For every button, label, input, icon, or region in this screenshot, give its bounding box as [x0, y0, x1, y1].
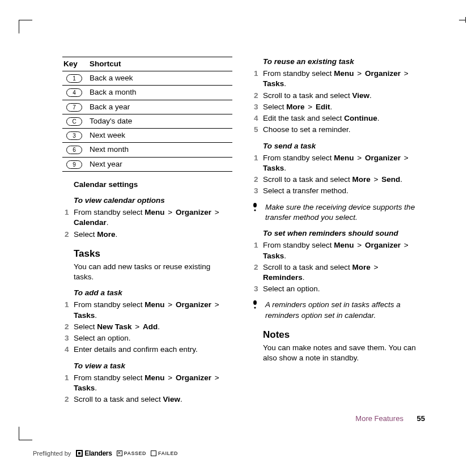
- keycap-icon: 6: [66, 146, 82, 154]
- tasks-label: Tasks: [263, 164, 284, 172]
- step: 4Edit the task and select Continue.: [252, 113, 422, 124]
- text: Scroll to a task and select: [74, 395, 163, 403]
- text: Select an option.: [74, 334, 131, 342]
- keycap-icon: 1: [66, 74, 82, 83]
- shortcut-cell: Next year: [88, 157, 232, 171]
- gt: >: [167, 300, 173, 309]
- keycap-icon: 7: [66, 103, 82, 112]
- proc-set-reminders: To set when reminders should sound: [263, 228, 422, 239]
- note-reminders: A reminders option set in tasks affects …: [252, 300, 422, 320]
- view-label: View: [352, 91, 370, 100]
- gt: >: [214, 373, 220, 382]
- text: Choose to set a reminder.: [263, 125, 351, 134]
- shortcut-cell: Today's date: [88, 114, 232, 128]
- dot: .: [369, 91, 372, 100]
- text: From standby select: [74, 373, 144, 382]
- proc-reuse-task: To reuse an existing task: [263, 57, 422, 67]
- step: 2Scroll to a task and select More > Send…: [252, 175, 422, 185]
- checkbox-empty-icon: [151, 450, 156, 456]
- text: From standby select: [74, 208, 144, 216]
- steps-view-task: 1From standby select Menu > Organizer > …: [62, 373, 232, 405]
- gt: >: [403, 241, 410, 249]
- dot: .: [330, 103, 332, 111]
- step: 1From standby select Menu > Organizer > …: [62, 207, 232, 228]
- text: From standby select: [263, 154, 334, 162]
- steps-send-task: 1From standby select Menu > Organizer > …: [252, 153, 422, 197]
- gt: >: [356, 154, 363, 162]
- table-row: 6Next month: [62, 143, 232, 157]
- dot: .: [377, 114, 380, 122]
- tasks-label: Tasks: [74, 311, 95, 320]
- organizer-label: Organizer: [176, 373, 211, 382]
- text: Scroll to a task and select: [263, 263, 352, 271]
- dot: .: [284, 252, 286, 260]
- keycap-icon: 3: [66, 131, 82, 140]
- notes-intro: You can make notes and save them. You ca…: [263, 343, 422, 363]
- passed-text: PASSED: [124, 450, 146, 457]
- organizer-label: Organizer: [365, 69, 401, 78]
- gt: >: [356, 241, 363, 249]
- elanders-logo-icon: Elanders: [75, 449, 112, 458]
- step: 1From standby select Menu > Organizer > …: [252, 153, 422, 173]
- th-shortcut: Shortcut: [88, 57, 232, 71]
- tasks-heading: Tasks: [74, 248, 232, 261]
- dot: .: [303, 273, 305, 282]
- dot: .: [116, 230, 118, 239]
- dot: .: [284, 164, 286, 172]
- text: Edit the task and select: [263, 114, 344, 122]
- right-column: To reuse an existing task 1From standby …: [252, 57, 422, 407]
- dot: .: [95, 384, 97, 392]
- checkbox-x-icon: ✕: [117, 450, 122, 456]
- gt: >: [403, 69, 410, 78]
- dot: .: [107, 218, 109, 227]
- failed-badge: FAILED: [151, 450, 178, 457]
- calendar-settings-heading: Calendar settings: [74, 180, 232, 190]
- table-row: CToday's date: [62, 114, 232, 128]
- svg-point-3: [254, 307, 256, 309]
- text: Select: [74, 322, 97, 331]
- shortcut-cell: Back a year: [88, 100, 232, 114]
- step: 3Select a transfer method.: [252, 186, 422, 196]
- note-transfer: Make sure the receiving device supports …: [252, 202, 422, 223]
- text: Select: [263, 103, 286, 111]
- continue-label: Continue: [344, 114, 377, 122]
- shortcut-cell: Back a week: [88, 71, 232, 86]
- step: 1From standby select Menu > Organizer > …: [62, 300, 232, 320]
- step: 3Select an option.: [62, 333, 232, 343]
- preflight-bar: Preflighted by Elanders ✕PASSED FAILED: [33, 449, 178, 458]
- step: 1From standby select Menu > Organizer > …: [62, 373, 232, 393]
- table-row: 3Next week: [62, 129, 232, 143]
- keycap-icon: 9: [66, 160, 82, 169]
- tasks-label: Tasks: [263, 252, 284, 260]
- organizer-label: Organizer: [365, 241, 401, 249]
- table-row: 1Back a week: [62, 71, 232, 86]
- proc-view-task: To view a task: [74, 361, 232, 371]
- menu-label: Menu: [144, 300, 164, 309]
- gt: >: [214, 300, 220, 309]
- dot: .: [95, 311, 97, 320]
- gt: >: [373, 263, 380, 271]
- notes-heading: Notes: [263, 329, 422, 342]
- svg-point-0: [253, 203, 257, 207]
- shortcut-table: Key Shortcut 1Back a week 4Back a month …: [62, 57, 232, 172]
- more-label: More: [97, 230, 115, 239]
- organizer-label: Organizer: [176, 300, 211, 309]
- dot: .: [400, 175, 402, 184]
- proc-view-calendar-options: To view calendar options: [74, 196, 232, 206]
- shortcut-cell: Back a month: [88, 86, 232, 100]
- steps-add-task: 1From standby select Menu > Organizer > …: [62, 300, 232, 355]
- brand-text: Elanders: [84, 449, 112, 458]
- tasks-label: Tasks: [263, 79, 284, 88]
- note-text: Make sure the receiving device supports …: [265, 202, 422, 223]
- reminders-label: Reminders: [263, 273, 303, 282]
- steps-reuse-task: 1From standby select Menu > Organizer > …: [252, 69, 422, 135]
- calendar-label: Calendar: [74, 218, 107, 227]
- text: Enter details and confirm each entry.: [74, 345, 198, 354]
- step: 2Select More.: [62, 230, 232, 240]
- gt: >: [134, 322, 141, 331]
- view-label: View: [163, 395, 181, 403]
- step: 2Select New Task > Add.: [62, 322, 232, 332]
- svg-point-1: [254, 209, 256, 211]
- more-label: More: [352, 263, 371, 271]
- crop-tick-tr2: [464, 17, 466, 23]
